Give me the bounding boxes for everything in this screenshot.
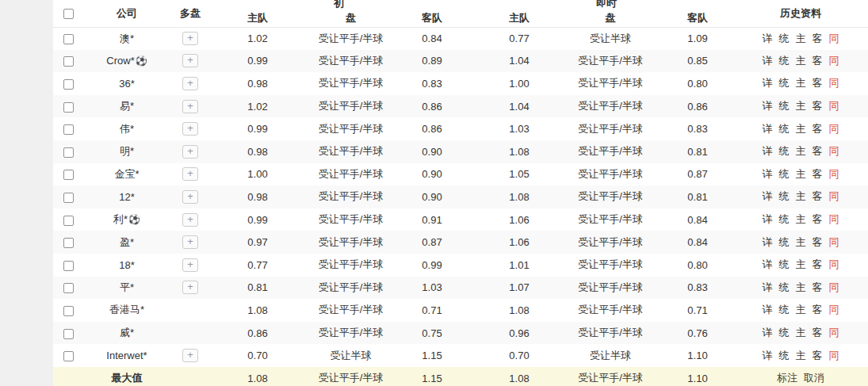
history-link-detail[interactable]: 详 (763, 258, 773, 270)
row-checkbox[interactable] (63, 261, 74, 271)
history-link-stats[interactable]: 统 (779, 77, 790, 89)
history-link-same[interactable]: 同 (829, 236, 839, 248)
history-link-home[interactable]: 主 (796, 258, 806, 270)
history-link-detail[interactable]: 详 (763, 350, 773, 361)
history-link-away[interactable]: 客 (813, 258, 823, 270)
expand-button[interactable]: + (182, 349, 198, 362)
history-link-stats[interactable]: 统 (779, 32, 790, 44)
history-link-stats[interactable]: 统 (779, 213, 790, 225)
history-link-same[interactable]: 同 (829, 327, 839, 338)
history-link-stats[interactable]: 统 (779, 123, 790, 135)
history-link-away[interactable]: 客 (813, 145, 823, 157)
history-link-detail[interactable]: 详 (763, 304, 773, 315)
history-link-detail[interactable]: 详 (763, 123, 773, 135)
history-link-same[interactable]: 同 (829, 190, 839, 202)
history-link-detail[interactable]: 详 (763, 168, 773, 180)
row-checkbox[interactable] (63, 34, 74, 44)
row-checkbox[interactable] (63, 124, 74, 135)
history-link-stats[interactable]: 统 (779, 258, 790, 270)
cancel-button[interactable]: 取消 (804, 372, 824, 384)
history-link-same[interactable]: 同 (829, 213, 839, 225)
history-link-stats[interactable]: 统 (779, 168, 790, 180)
history-link-away[interactable]: 客 (813, 32, 823, 44)
history-link-stats[interactable]: 统 (779, 327, 790, 338)
history-link-away[interactable]: 客 (813, 55, 823, 67)
history-link-detail[interactable]: 详 (763, 236, 773, 248)
history-link-same[interactable]: 同 (829, 77, 839, 89)
history-link-away[interactable]: 客 (813, 236, 823, 248)
expand-button[interactable]: + (182, 100, 198, 113)
history-link-home[interactable]: 主 (796, 77, 806, 89)
expand-button[interactable]: + (182, 167, 198, 181)
history-link-stats[interactable]: 统 (779, 350, 790, 361)
select-all-checkbox[interactable] (63, 9, 74, 19)
history-link-stats[interactable]: 统 (779, 236, 790, 248)
row-checkbox[interactable] (63, 193, 74, 203)
row-checkbox[interactable] (63, 329, 74, 339)
expand-button[interactable]: + (182, 258, 198, 272)
expand-button[interactable]: + (182, 235, 198, 249)
row-checkbox[interactable] (63, 170, 74, 180)
row-checkbox[interactable] (63, 216, 74, 226)
history-link-home[interactable]: 主 (796, 32, 806, 44)
expand-button[interactable]: + (182, 77, 198, 90)
history-link-home[interactable]: 主 (796, 236, 806, 248)
history-link-stats[interactable]: 统 (779, 145, 790, 157)
history-link-away[interactable]: 客 (813, 190, 823, 202)
history-link-home[interactable]: 主 (796, 281, 806, 293)
history-link-home[interactable]: 主 (796, 145, 806, 157)
row-checkbox[interactable] (63, 351, 74, 361)
row-checkbox[interactable] (63, 79, 74, 90)
history-link-stats[interactable]: 统 (779, 304, 790, 315)
history-link-same[interactable]: 同 (829, 304, 839, 315)
expand-button[interactable]: + (182, 54, 198, 67)
history-link-away[interactable]: 客 (813, 350, 823, 361)
history-link-detail[interactable]: 详 (763, 213, 773, 225)
history-link-stats[interactable]: 统 (779, 55, 790, 67)
expand-button[interactable]: + (182, 145, 198, 159)
history-link-detail[interactable]: 详 (763, 327, 773, 338)
history-link-away[interactable]: 客 (813, 123, 823, 135)
history-link-home[interactable]: 主 (796, 327, 806, 338)
history-link-away[interactable]: 客 (813, 213, 823, 225)
row-checkbox[interactable] (63, 238, 74, 248)
history-link-same[interactable]: 同 (829, 100, 839, 112)
history-link-detail[interactable]: 详 (763, 281, 773, 293)
history-link-home[interactable]: 主 (796, 304, 806, 315)
history-link-home[interactable]: 主 (796, 100, 806, 112)
expand-button[interactable]: + (182, 281, 198, 294)
expand-button[interactable]: + (182, 32, 198, 45)
history-link-away[interactable]: 客 (813, 281, 823, 293)
history-link-stats[interactable]: 统 (779, 100, 790, 112)
expand-button[interactable]: + (182, 122, 198, 136)
row-checkbox[interactable] (63, 56, 74, 67)
history-link-home[interactable]: 主 (796, 190, 806, 202)
history-link-home[interactable]: 主 (796, 123, 806, 135)
row-checkbox[interactable] (63, 306, 74, 316)
history-link-away[interactable]: 客 (813, 168, 823, 180)
history-link-away[interactable]: 客 (813, 304, 823, 315)
history-link-away[interactable]: 客 (813, 100, 823, 112)
history-link-detail[interactable]: 详 (763, 190, 773, 202)
history-link-stats[interactable]: 统 (779, 281, 790, 293)
history-link-same[interactable]: 同 (829, 350, 839, 361)
history-link-detail[interactable]: 详 (763, 100, 773, 112)
history-link-same[interactable]: 同 (829, 32, 839, 44)
history-link-same[interactable]: 同 (829, 123, 839, 135)
history-link-detail[interactable]: 详 (763, 145, 773, 157)
history-link-same[interactable]: 同 (829, 281, 839, 293)
history-link-detail[interactable]: 详 (763, 32, 773, 44)
row-checkbox[interactable] (63, 283, 74, 293)
history-link-same[interactable]: 同 (829, 145, 839, 157)
history-link-detail[interactable]: 详 (763, 55, 773, 67)
history-link-home[interactable]: 主 (796, 168, 806, 180)
row-checkbox[interactable] (63, 102, 74, 113)
row-checkbox[interactable] (63, 147, 74, 158)
expand-button[interactable]: + (182, 190, 198, 204)
history-link-same[interactable]: 同 (829, 55, 839, 67)
expand-button[interactable]: + (182, 213, 198, 227)
history-link-same[interactable]: 同 (829, 258, 839, 270)
history-link-stats[interactable]: 统 (779, 190, 790, 202)
mark-button[interactable]: 标注 (777, 372, 797, 384)
history-link-home[interactable]: 主 (796, 350, 806, 361)
